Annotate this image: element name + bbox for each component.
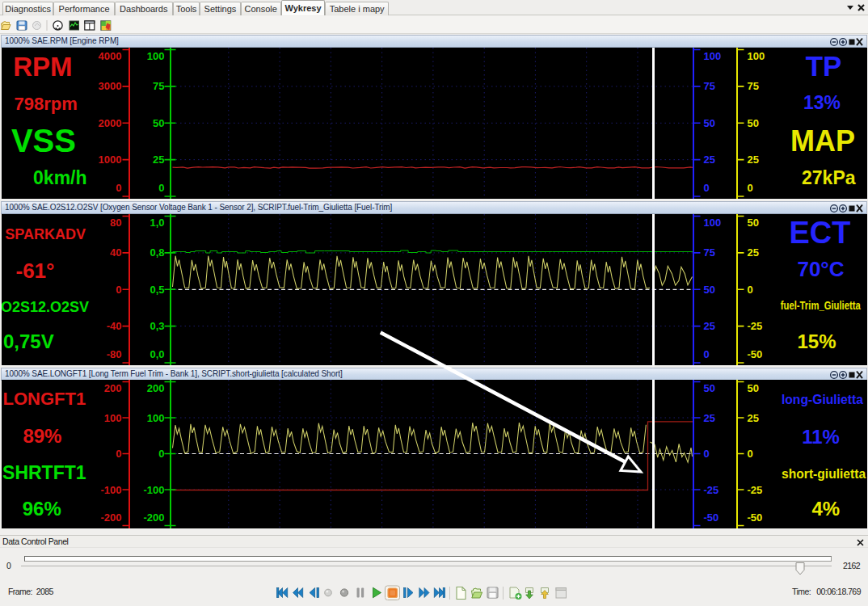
- svg-text:100: 100: [146, 49, 164, 61]
- svg-text:RPM: RPM: [13, 52, 72, 82]
- svg-text:ECT: ECT: [789, 215, 850, 249]
- svg-text:89%: 89%: [23, 425, 61, 447]
- svg-text:-200: -200: [100, 511, 121, 524]
- svg-text:50: 50: [747, 382, 758, 394]
- svg-text:-40: -40: [106, 320, 121, 332]
- svg-text:-50: -50: [747, 511, 762, 524]
- svg-text:0,8: 0,8: [150, 246, 164, 259]
- svg-text:0: 0: [747, 448, 752, 460]
- svg-text:100: 100: [103, 412, 121, 424]
- svg-text:25: 25: [703, 154, 714, 166]
- svg-text:100: 100: [146, 412, 164, 424]
- svg-text:MAP: MAP: [790, 124, 855, 157]
- svg-text:0: 0: [116, 283, 121, 295]
- svg-text:long-Giulietta: long-Giulietta: [781, 392, 863, 407]
- svg-text:50: 50: [703, 116, 714, 128]
- svg-text:100: 100: [703, 49, 721, 61]
- svg-text:25: 25: [153, 154, 164, 166]
- svg-text:-100: -100: [143, 484, 164, 496]
- svg-text:100: 100: [703, 216, 721, 228]
- svg-text:0: 0: [158, 182, 164, 194]
- svg-text:O2S12.O2SV: O2S12.O2SV: [2, 298, 89, 314]
- svg-text:-80: -80: [106, 348, 121, 360]
- svg-text:798rpm: 798rpm: [14, 93, 77, 113]
- svg-text:4%: 4%: [811, 498, 840, 520]
- svg-text:0: 0: [116, 448, 121, 460]
- svg-text:LONGFT1: LONGFT1: [2, 389, 86, 409]
- svg-text:1,0: 1,0: [150, 216, 164, 228]
- svg-text:0,5: 0,5: [150, 283, 164, 295]
- svg-text:SHRTFT1: SHRTFT1: [2, 462, 86, 483]
- svg-text:-25: -25: [747, 320, 762, 332]
- svg-text:0,75V: 0,75V: [2, 330, 53, 351]
- svg-text:-61°: -61°: [15, 258, 54, 282]
- svg-text:25: 25: [747, 246, 758, 259]
- svg-text:75: 75: [703, 80, 714, 92]
- svg-text:0: 0: [703, 182, 709, 194]
- svg-text:VSS: VSS: [11, 122, 75, 158]
- svg-text:0: 0: [703, 348, 709, 360]
- svg-text:25: 25: [703, 320, 714, 332]
- svg-text:27kPa: 27kPa: [802, 167, 856, 188]
- svg-text:1000: 1000: [98, 154, 121, 166]
- svg-text:75: 75: [153, 80, 164, 92]
- svg-text:0: 0: [158, 448, 164, 460]
- svg-text:-50: -50: [747, 348, 762, 360]
- svg-text:2000: 2000: [98, 116, 121, 128]
- svg-text:0: 0: [747, 182, 752, 194]
- svg-text:SPARKADV: SPARKADV: [5, 225, 86, 242]
- svg-text:75: 75: [703, 246, 714, 259]
- svg-text:50: 50: [703, 283, 714, 295]
- svg-text:TP: TP: [805, 50, 841, 82]
- svg-text:fuel-Trim_Giulietta: fuel-Trim_Giulietta: [780, 299, 860, 312]
- svg-text:15%: 15%: [797, 330, 836, 351]
- svg-text:-25: -25: [747, 484, 762, 496]
- svg-text:200: 200: [103, 382, 121, 394]
- svg-text:25: 25: [747, 412, 758, 424]
- svg-text:40: 40: [110, 246, 121, 259]
- svg-text:-100: -100: [100, 484, 121, 496]
- svg-text:96%: 96%: [22, 498, 61, 520]
- svg-text:75: 75: [747, 80, 758, 92]
- svg-text:0,3: 0,3: [150, 320, 164, 332]
- svg-text:0: 0: [116, 182, 121, 194]
- svg-text:-200: -200: [143, 511, 164, 524]
- svg-text:50: 50: [747, 216, 758, 228]
- svg-text:3000: 3000: [98, 80, 121, 92]
- svg-text:-25: -25: [703, 484, 718, 496]
- svg-text:11%: 11%: [802, 426, 840, 448]
- svg-text:50: 50: [747, 116, 758, 128]
- svg-text:0,0: 0,0: [150, 348, 164, 360]
- svg-text:13%: 13%: [803, 91, 840, 112]
- svg-text:-50: -50: [703, 511, 718, 524]
- svg-text:0km/h: 0km/h: [33, 167, 86, 188]
- svg-text:70°C: 70°C: [797, 256, 844, 280]
- svg-text:0: 0: [747, 283, 752, 295]
- svg-text:25: 25: [703, 412, 714, 424]
- svg-text:0: 0: [703, 448, 709, 460]
- svg-text:100: 100: [747, 49, 765, 61]
- svg-text:50: 50: [703, 382, 714, 394]
- svg-text:80: 80: [110, 216, 121, 228]
- svg-text:4000: 4000: [98, 49, 121, 61]
- svg-text:25: 25: [747, 154, 758, 166]
- svg-text:200: 200: [146, 382, 164, 394]
- svg-text:short-giulietta: short-giulietta: [782, 466, 866, 482]
- svg-text:50: 50: [153, 116, 164, 128]
